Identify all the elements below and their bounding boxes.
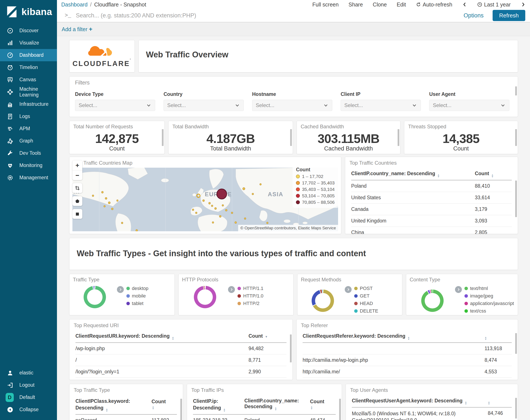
legend-item[interactable]: application/javascript [464, 301, 514, 306]
share-button[interactable]: Share [349, 1, 363, 8]
sidebar-item-space-default[interactable]: D Default [0, 391, 57, 404]
scrollbar-thumb[interactable] [398, 129, 399, 146]
sidebar-item-collapse[interactable]: Collapse [0, 404, 57, 416]
legend-item[interactable]: text/html [464, 286, 514, 291]
legend-item[interactable]: mobile [126, 293, 148, 299]
kibana-logo[interactable]: kibana [0, 0, 57, 25]
options-button[interactable]: Options [464, 12, 484, 19]
filter-select[interactable]: Select... [75, 100, 155, 111]
filter-select[interactable]: Select... [341, 100, 421, 111]
sidebar-item[interactable]: Canvas [0, 74, 57, 86]
donut-chart[interactable] [312, 289, 334, 312]
column-header[interactable]: Count▼ [249, 333, 286, 340]
add-filter-button[interactable]: Add a filter + [62, 26, 92, 33]
crop-icon [74, 185, 80, 191]
donut-chart[interactable] [194, 286, 216, 308]
donut-legend: text/html image/jpeg [455, 286, 514, 315]
map-legend-item: 53,104 – 70,805 [296, 193, 335, 198]
donut-panel: Traffic Type [69, 274, 175, 315]
scrollbar-thumb[interactable] [290, 334, 292, 362]
filter-select[interactable]: Select... [163, 100, 244, 111]
filter-select[interactable]: Select... [429, 100, 509, 111]
scrollbar-thumb[interactable] [162, 129, 163, 146]
sidebar-item[interactable]: Logs [0, 110, 57, 122]
sidebar-item[interactable]: Infrastructure [0, 98, 57, 110]
sidebar-item[interactable]: Graph [0, 135, 57, 147]
scrollbar-thumb[interactable] [515, 398, 517, 419]
scrollbar-thumb[interactable] [339, 399, 341, 420]
filter-select[interactable]: Select... [252, 100, 332, 111]
legend-item[interactable]: HTTP/2 [237, 301, 263, 306]
time-forward-button[interactable] [521, 2, 526, 7]
column-header[interactable]: ClientIP.ip: Descending▲▼ [193, 398, 244, 412]
scrollbar-thumb[interactable] [290, 129, 292, 146]
sidebar-item[interactable]: Discover [0, 25, 57, 37]
search-input[interactable]: Search... (e.g. status:200 AND extension… [76, 12, 464, 19]
clone-button[interactable]: Clone [373, 1, 387, 8]
map-zoom-in-button[interactable]: + [73, 160, 82, 170]
donut-chart[interactable] [421, 289, 444, 312]
legend-item[interactable]: DELETE [354, 308, 378, 314]
sidebar-item[interactable]: Dashboard [0, 49, 57, 61]
legend-expand-icon[interactable] [345, 286, 352, 293]
scrollbar-thumb[interactable] [515, 333, 517, 354]
sidebar-item[interactable]: Machine Learning [0, 86, 57, 98]
legend-expand-icon[interactable] [117, 286, 124, 293]
time-range-picker[interactable]: Last 1 year [477, 1, 511, 8]
column-header[interactable]: Count▲▼ [151, 398, 177, 412]
column-header[interactable]: ClientRequestUserAgent.keyword: Descendi… [352, 398, 488, 405]
breadcrumb-dashboard[interactable]: Dashboard [61, 1, 88, 8]
column-header[interactable]: ▲▼ [485, 333, 512, 340]
legend-expand-icon[interactable] [455, 286, 462, 293]
column-header[interactable]: Count▲▼ [475, 171, 512, 177]
map-draw-polygon-button[interactable] [73, 196, 82, 206]
sidebar-item-logout[interactable]: Logout [0, 379, 57, 391]
sidebar-item[interactable]: APM [0, 122, 57, 135]
column-header[interactable]: ClientIP.country_name: Descending▲▼ [244, 398, 310, 412]
legend-item[interactable]: tablet [126, 301, 148, 306]
column-header[interactable]: ClientRequestURI.keyword: Descending▲▼ [75, 333, 249, 340]
legend-item[interactable]: image/jpeg [464, 293, 514, 299]
canvas-icon [6, 76, 14, 83]
table-row: United States 33,614 [351, 192, 512, 204]
donut-chart[interactable] [84, 286, 106, 308]
table-row: http://camilia.me/ 4,553 [303, 366, 512, 378]
column-header[interactable]: ClientRequestReferer.keyword: Descending… [303, 333, 485, 340]
column-header[interactable]: ▲▼ [488, 398, 512, 405]
full-screen-button[interactable]: Full screen [312, 1, 339, 8]
top-traffic-type-title: Top Traffic Type [69, 384, 183, 393]
column-header[interactable]: ClientIPClass.keyword: Descending▲▼ [75, 398, 151, 412]
sidebar-item[interactable]: Visualize [0, 37, 57, 49]
column-header[interactable]: Count▲▼ [310, 398, 336, 412]
scrollbar-thumb[interactable] [515, 129, 517, 146]
auto-refresh-button[interactable]: Auto-refresh [416, 1, 452, 8]
legend-item[interactable]: HTTP/1.1 [237, 286, 263, 291]
sidebar-item[interactable]: Timelion [0, 61, 57, 74]
legend-item[interactable]: HEAD [354, 301, 378, 306]
overview-title-panel: Web Traffic Overview [138, 40, 518, 73]
map-draw-rectangle-button[interactable] [73, 209, 82, 219]
legend-item[interactable]: HTTP/1.0 [237, 293, 263, 299]
time-back-button[interactable] [462, 2, 467, 7]
legend-item[interactable]: POST [354, 286, 378, 291]
sidebar-item-user[interactable]: elastic [0, 367, 57, 379]
map-zoom-out-button[interactable]: − [73, 170, 82, 180]
legend-expand-icon[interactable] [228, 286, 235, 293]
table-row: / 8,771 [75, 354, 286, 366]
top-user-agents-panel: Top User Agents ClientRequestUserAgent.k… [346, 384, 518, 420]
scrollbar-thumb[interactable] [180, 399, 182, 420]
sidebar-item[interactable]: Management [0, 172, 57, 184]
legend-item[interactable]: text/css [464, 308, 514, 314]
filter-field-label: Client IP [341, 91, 421, 97]
column-header[interactable]: ClientIP.country_name: Descending▲▼ [351, 171, 475, 177]
map-fit-bounds-button[interactable] [73, 183, 82, 193]
legend-item[interactable]: desktop [126, 286, 148, 291]
scrollbar-thumb[interactable] [515, 180, 517, 217]
edit-button[interactable]: Edit [397, 1, 406, 8]
sidebar-item[interactable]: Monitoring [0, 159, 57, 172]
legend-item[interactable]: GET [354, 293, 378, 299]
refresh-button[interactable]: Refresh [493, 10, 525, 21]
map-bubble-poland [217, 189, 227, 199]
scrollbar-thumb[interactable] [515, 86, 517, 95]
sidebar-item[interactable]: Dev Tools [0, 147, 57, 159]
